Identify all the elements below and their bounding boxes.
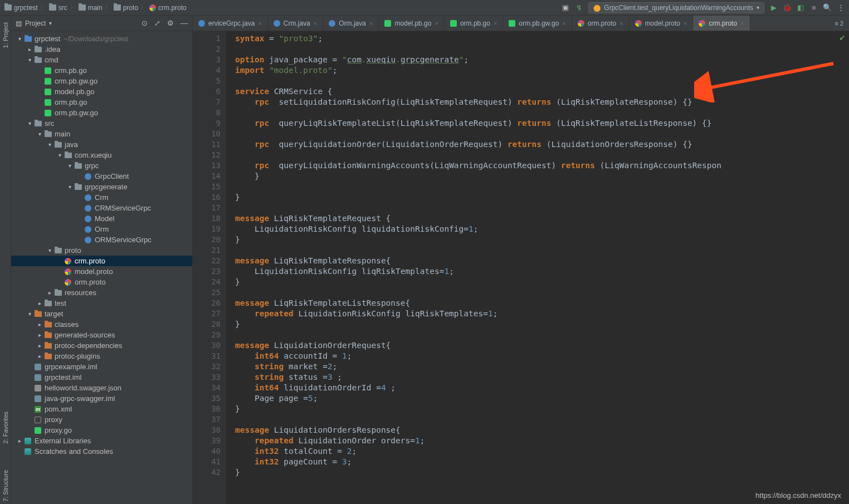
editor-tab[interactable]: model.proto× [630, 16, 694, 31]
breadcrumb-segment[interactable]: crm.proto [158, 4, 187, 12]
close-icon[interactable]: × [314, 20, 317, 27]
tree-node[interactable]: CRMServiceGrpc [11, 203, 192, 213]
tree-node[interactable]: crm.proto [11, 256, 192, 266]
tree-toggle-icon[interactable]: ▸ [36, 321, 43, 327]
tree-node[interactable]: helloworld.swagger.json [11, 383, 192, 393]
tree-node[interactable]: ▾src [11, 118, 192, 129]
tree-toggle-icon[interactable]: ▾ [26, 311, 33, 317]
tree-toggle-icon[interactable]: ▾ [26, 120, 33, 126]
tree-node[interactable]: ▸.idea [11, 44, 192, 55]
tree-node[interactable]: Crm [11, 192, 192, 203]
toolwindow-favorites[interactable]: 2: Favorites [2, 409, 9, 446]
expand-icon[interactable]: ⤢ [154, 19, 160, 27]
close-icon[interactable]: × [562, 20, 565, 27]
hide-icon[interactable]: — [180, 19, 188, 27]
gear-icon[interactable]: ⚙ [167, 19, 174, 27]
tree-node[interactable]: model.pb.go [11, 86, 192, 97]
editor-tab[interactable]: Crm.java× [268, 16, 323, 31]
run-icon[interactable]: ▶ [770, 4, 778, 12]
tree-toggle-icon[interactable]: ▸ [36, 300, 43, 306]
tree-node[interactable]: proxy [11, 414, 192, 425]
chevron-down-icon[interactable]: ▾ [49, 20, 52, 26]
run-configuration-selector[interactable]: ⬤ GrpcClient.test_queryLiquidationWarnin… [588, 2, 764, 13]
tree-toggle-icon[interactable]: ▾ [66, 163, 74, 169]
tree-node[interactable]: ▸External Libraries [11, 436, 192, 446]
tree-node[interactable]: ▾com.xueqiu [11, 150, 192, 160]
close-icon[interactable]: × [494, 20, 497, 27]
tree-node[interactable]: ▸resources [11, 287, 192, 298]
tree-node[interactable]: ▾cmd [11, 55, 192, 65]
tree-node[interactable]: ▸classes [11, 319, 192, 330]
close-icon[interactable]: × [740, 20, 744, 27]
tree-toggle-icon[interactable]: ▾ [16, 36, 23, 42]
editor-tab[interactable]: erviceGrpc.java× [193, 16, 268, 31]
tree-node[interactable]: ▸protoc-dependencies [11, 340, 192, 351]
tree-node[interactable]: ▾grpc [11, 160, 192, 171]
project-tree[interactable]: ▾grpctest~/Downloads/grpctest▸.idea▾cmdc… [11, 31, 192, 504]
tree-node[interactable]: mpom.xml [11, 404, 192, 414]
debug-icon[interactable]: 🐞 [783, 4, 791, 12]
tabs-overflow-indicator[interactable]: ≡ 2 [829, 16, 849, 31]
tree-node[interactable]: ▸generated-sources [11, 330, 192, 340]
tree-toggle-icon[interactable]: ▾ [66, 184, 74, 190]
tree-node[interactable]: ▾proto [11, 245, 192, 256]
tree-toggle-icon[interactable]: ▾ [46, 141, 53, 148]
tree-toggle-icon[interactable]: ▸ [26, 46, 33, 52]
tree-toggle-icon[interactable]: ▸ [16, 438, 23, 444]
tree-node[interactable]: model.proto [11, 266, 192, 277]
tree-toggle-icon[interactable]: ▾ [36, 131, 43, 137]
editor-tab[interactable]: orm.pb.gw.go× [503, 16, 572, 31]
close-icon[interactable]: × [619, 20, 623, 27]
breadcrumb-segment[interactable]: proto [123, 4, 138, 12]
code-content[interactable]: syntax = "proto3"; option java_package =… [226, 31, 849, 504]
search-icon[interactable]: 🔍 [823, 4, 831, 12]
tree-toggle-icon[interactable]: ▾ [26, 57, 33, 63]
tree-node[interactable]: ▾grpcgenerate [11, 182, 192, 192]
tree-node[interactable]: java-grpc-swagger.iml [11, 393, 192, 404]
locate-icon[interactable]: ⊙ [142, 19, 148, 27]
tree-node[interactable]: ▾java [11, 139, 192, 150]
tree-node[interactable]: Scratches and Consoles [11, 446, 192, 457]
breadcrumb-segment[interactable]: src [58, 4, 67, 12]
editor-tab[interactable]: model.pb.go× [379, 16, 444, 31]
close-icon[interactable]: × [435, 20, 438, 27]
tree-node[interactable]: orm.pb.go [11, 97, 192, 107]
tree-node[interactable]: grpctest.iml [11, 372, 192, 383]
tree-toggle-icon[interactable]: ▾ [56, 152, 64, 158]
breadcrumb[interactable]: grpctest〉src〉main〉proto〉crm.proto [4, 3, 187, 12]
tree-node[interactable]: ▸test [11, 298, 192, 309]
tree-node[interactable]: proxy.go [11, 425, 192, 436]
tree-node[interactable]: crm.pb.go [11, 65, 192, 76]
breadcrumb-segment[interactable]: grpctest [14, 4, 38, 12]
tree-node[interactable]: crm.pb.gw.go [11, 76, 192, 86]
tree-node[interactable]: ▾main [11, 129, 192, 139]
close-icon[interactable]: × [369, 20, 373, 27]
run-coverage-icon[interactable]: ◧ [797, 4, 804, 12]
stop-icon[interactable]: ■ [810, 4, 818, 12]
more-icon[interactable]: ⋮ [837, 4, 845, 12]
tree-node[interactable]: GrpcClient [11, 171, 192, 182]
toolwindow-structure[interactable]: 7: Structure [2, 468, 9, 504]
tree-node[interactable]: ORMServiceGrpc [11, 234, 192, 245]
code-editor[interactable]: 1234567891011121314151617181920212223242… [193, 31, 849, 504]
editor-tab[interactable]: orm.pb.go× [445, 16, 503, 31]
hammer-icon[interactable]: ↯ [575, 4, 583, 12]
editor-tab[interactable]: orm.proto× [572, 16, 630, 31]
editor-tab[interactable]: crm.proto× [693, 16, 750, 31]
tree-toggle-icon[interactable]: ▸ [36, 332, 43, 338]
tree-toggle-icon[interactable]: ▾ [46, 247, 53, 253]
terminal-icon[interactable]: ▣ [562, 4, 569, 12]
editor-tab[interactable]: Orm.java× [323, 16, 379, 31]
tree-toggle-icon[interactable]: ▸ [36, 342, 43, 349]
tree-node[interactable]: orm.pb.gw.go [11, 107, 192, 118]
tree-node[interactable]: ▾target [11, 309, 192, 319]
tree-node[interactable]: ▾grpctest~/Downloads/grpctest [11, 33, 192, 44]
toolwindow-project[interactable]: 1: Project [2, 20, 9, 50]
breadcrumb-segment[interactable]: main [88, 4, 103, 12]
tree-node[interactable]: Orm [11, 224, 192, 234]
tree-node[interactable]: ▸protoc-plugins [11, 351, 192, 361]
tree-toggle-icon[interactable]: ▸ [36, 353, 43, 359]
close-icon[interactable]: × [684, 20, 687, 27]
tree-node[interactable]: orm.proto [11, 277, 192, 287]
tree-node[interactable]: Model [11, 213, 192, 224]
